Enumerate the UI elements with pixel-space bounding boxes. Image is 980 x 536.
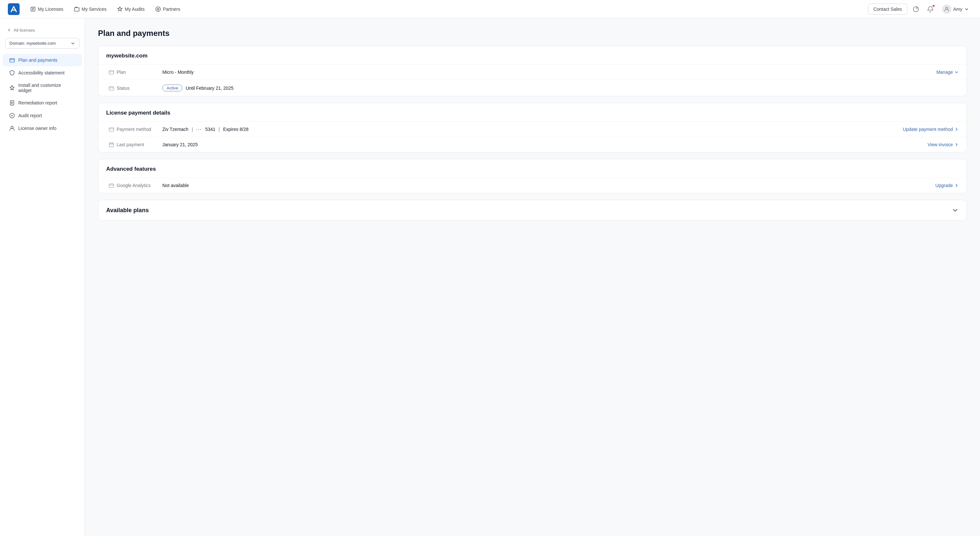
back-to-all-licenses[interactable]: All licenses	[0, 25, 84, 35]
chevron-down-icon	[70, 41, 75, 46]
sidebar-item-plan-payments[interactable]: Plan and payments	[3, 54, 82, 66]
chevron-right-icon	[954, 127, 959, 132]
payment-details-card: License payment details Payment method Z…	[98, 103, 967, 152]
sidebar-item-audit-report[interactable]: Audit report	[3, 109, 82, 122]
notifications-button[interactable]	[924, 3, 936, 15]
document-icon	[9, 100, 15, 106]
advanced-features-card: Advanced features Google Analytics Not a…	[98, 159, 967, 193]
partners-icon	[155, 6, 161, 12]
chevron-right-icon	[954, 183, 959, 188]
payment-method-row: Payment method Ziv Tzemach | ··· 5341 | …	[98, 121, 967, 137]
svg-rect-12	[109, 71, 114, 75]
payment-method-label: Payment method	[117, 127, 162, 132]
upgrade-action: Upgrade	[935, 183, 959, 188]
help-button[interactable]	[910, 3, 922, 15]
last-payment-icon	[106, 142, 117, 147]
plan-value: Micro - Monthly	[162, 70, 194, 75]
update-payment-label: Update payment method	[903, 127, 953, 132]
available-plans-card: Available plans	[98, 200, 967, 220]
view-invoice-button[interactable]: View invoice	[928, 142, 959, 147]
svg-marker-3	[118, 6, 122, 11]
svg-point-5	[157, 8, 159, 10]
advanced-features-header: Advanced features	[98, 159, 967, 178]
user-icon	[9, 125, 15, 131]
sidebar-item-accessibility-statement[interactable]: Accessibility statement	[3, 67, 82, 79]
app-layout: All licenses Domain: mywebsite.com Plan …	[0, 18, 980, 536]
view-invoice-label: View invoice	[928, 142, 953, 147]
svg-rect-0	[8, 3, 20, 15]
svg-point-4	[156, 6, 161, 11]
main-content: Plan and payments mywebsite.com Plan Mic…	[85, 18, 980, 536]
status-row: Status Active Until February 21, 2025	[98, 80, 967, 96]
navbar: My Licenses My Services My Audits Partne…	[0, 0, 980, 18]
payment-dots: ···	[196, 127, 202, 132]
app-logo[interactable]	[8, 3, 20, 15]
sidebar: All licenses Domain: mywebsite.com Plan …	[0, 18, 85, 536]
nav-my-audits-label: My Audits	[125, 6, 145, 12]
payment-method-icon	[106, 126, 117, 132]
sidebar-item-label: Accessibility statement	[18, 70, 65, 75]
view-invoice-action: View invoice	[928, 142, 959, 147]
nav-my-services-label: My Services	[82, 6, 107, 12]
plan-icon	[106, 69, 117, 75]
upgrade-label: Upgrade	[935, 183, 953, 188]
payment-method-value: Ziv Tzemach | ··· 5341 | Expires 8/28	[162, 127, 903, 132]
upgrade-button[interactable]: Upgrade	[935, 183, 959, 188]
page-title: Plan and payments	[98, 29, 967, 38]
website-card-title: mywebsite.com	[106, 52, 959, 59]
status-badge: Active	[162, 84, 182, 91]
notification-dot	[932, 5, 935, 7]
manage-action: Manage	[936, 70, 959, 75]
available-plans-title: Available plans	[106, 207, 149, 214]
sidebar-item-remediation-report[interactable]: Remediation report	[3, 97, 82, 109]
user-menu-button[interactable]: Amy	[939, 3, 972, 16]
last-payment-row: Last payment January 21, 2025 View invoi…	[98, 137, 967, 152]
google-analytics-label: Google Analytics	[117, 183, 162, 188]
website-card-header: mywebsite.com	[98, 46, 967, 64]
chevron-right-icon	[954, 142, 959, 147]
last-payment-value: January 21, 2025	[162, 142, 197, 147]
user-name: Amy	[953, 6, 963, 12]
last-payment-label: Last payment	[117, 142, 162, 147]
sidebar-item-label: Remediation report	[18, 100, 57, 105]
nav-partners[interactable]: Partners	[151, 3, 184, 15]
credit-card-icon	[9, 57, 15, 63]
svg-rect-16	[109, 184, 114, 188]
sidebar-item-install-widget[interactable]: Install and customize widget	[3, 79, 82, 96]
nav-my-audits[interactable]: My Audits	[113, 3, 149, 15]
sidebar-item-label: Install and customize widget	[18, 82, 75, 93]
svg-rect-15	[110, 143, 114, 147]
nav-my-services[interactable]: My Services	[70, 3, 110, 15]
nav-my-licenses-label: My Licenses	[38, 6, 64, 12]
chevron-down-icon	[951, 207, 959, 214]
update-payment-action: Update payment method	[903, 127, 959, 132]
google-analytics-icon	[106, 182, 117, 188]
sidebar-item-license-owner-info[interactable]: License owner info	[3, 122, 82, 135]
available-plans-header[interactable]: Available plans	[98, 200, 967, 220]
nav-my-licenses[interactable]: My Licenses	[26, 3, 67, 15]
website-card: mywebsite.com Plan Micro - Monthly Manag…	[98, 46, 967, 96]
domain-selector[interactable]: Domain: mywebsite.com	[5, 38, 80, 49]
payment-details-header: License payment details	[98, 103, 967, 121]
pin-icon	[9, 85, 15, 91]
status-label: Status	[117, 86, 162, 91]
shield-icon	[9, 70, 15, 76]
payment-name: Ziv Tzemach	[162, 127, 188, 132]
svg-rect-14	[109, 128, 114, 132]
sidebar-item-label: License owner info	[18, 126, 57, 131]
licenses-icon	[30, 6, 36, 12]
svg-rect-2	[75, 8, 79, 11]
update-payment-button[interactable]: Update payment method	[903, 127, 959, 132]
manage-label: Manage	[936, 70, 953, 75]
sidebar-item-label: Audit report	[18, 113, 42, 118]
contact-sales-button[interactable]: Contact Sales	[868, 3, 907, 15]
back-label: All licenses	[14, 28, 35, 33]
svg-rect-13	[109, 87, 114, 90]
nav-partners-label: Partners	[163, 6, 180, 12]
manage-button[interactable]: Manage	[936, 70, 959, 75]
payment-details-title: License payment details	[106, 110, 959, 116]
avatar	[942, 5, 951, 14]
plan-label: Plan	[117, 70, 162, 75]
chevron-down-icon	[954, 70, 959, 75]
advanced-features-title: Advanced features	[106, 166, 959, 172]
